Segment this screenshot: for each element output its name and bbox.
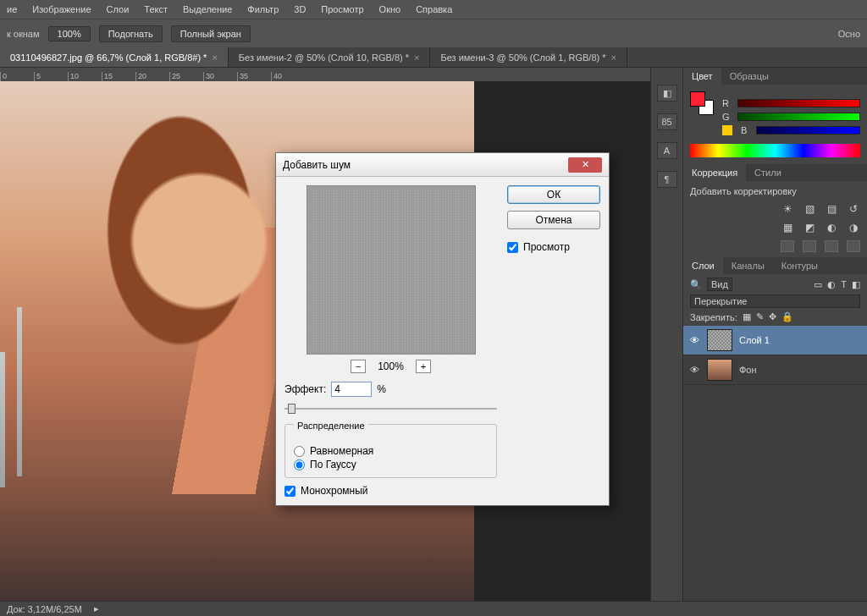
- lock-position-icon[interactable]: ✥: [769, 311, 776, 322]
- close-icon[interactable]: ×: [611, 52, 616, 63]
- tab-label: 03110496827.jpg @ 66,7% (Слой 1, RGB/8#)…: [10, 52, 207, 63]
- lock-all-icon[interactable]: 🔒: [781, 311, 793, 322]
- fullscreen-button[interactable]: Полный экран: [171, 25, 251, 42]
- character-icon[interactable]: A: [657, 142, 677, 159]
- menu-item[interactable]: 3D: [294, 4, 306, 14]
- menu-bar: ие Изображение Слои Текст Выделение Филь…: [0, 0, 867, 19]
- filter-icon[interactable]: ▭: [814, 279, 822, 290]
- color-swatches[interactable]: [690, 91, 714, 115]
- menu-item[interactable]: Текст: [144, 4, 168, 14]
- cancel-button[interactable]: Отмена: [507, 211, 600, 229]
- adj-icon[interactable]: [825, 240, 838, 252]
- filter-icon[interactable]: ◧: [852, 279, 860, 290]
- tab-layers[interactable]: Слои: [683, 257, 723, 274]
- menu-item[interactable]: Выделение: [183, 4, 232, 14]
- brightness-icon[interactable]: ☀: [781, 203, 794, 215]
- zoom-in-button[interactable]: +: [416, 360, 431, 373]
- effect-slider[interactable]: [284, 402, 497, 415]
- color-spectrum[interactable]: [690, 144, 860, 157]
- menu-item[interactable]: Изображение: [32, 4, 91, 14]
- close-icon[interactable]: ×: [212, 52, 217, 63]
- document-size: Док: 3,12M/6,25M: [7, 604, 82, 614]
- close-icon[interactable]: ×: [414, 52, 419, 63]
- workspace: 0510152025303540 ◧ 85 A ¶ Цвет Образцы R…: [0, 68, 867, 601]
- layers-panel-tabs: Слои Каналы Контуры: [683, 257, 867, 274]
- preview-checkbox[interactable]: Просмотр: [507, 241, 600, 253]
- dialog-title: Добавить шум: [283, 159, 568, 171]
- ruler-horizontal: 0510152025303540: [0, 68, 650, 81]
- filter-icon[interactable]: ◐: [827, 279, 836, 290]
- layer-thumbnail[interactable]: [707, 329, 732, 351]
- balance-icon[interactable]: ◩: [803, 222, 816, 234]
- right-panels: Цвет Образцы R G B Коррекция Стили: [682, 68, 867, 601]
- effect-label: Эффект:: [284, 383, 326, 395]
- menu-item[interactable]: ие: [7, 4, 17, 14]
- exposure-icon[interactable]: ↺: [847, 203, 860, 215]
- status-bar: Док: 3,12M/6,25M ▸: [0, 601, 867, 616]
- photo-filter-icon[interactable]: ◑: [847, 222, 860, 234]
- visibility-icon[interactable]: 👁: [688, 365, 700, 375]
- levels-icon[interactable]: ▧: [803, 203, 816, 215]
- monochrome-checkbox[interactable]: Монохромный: [284, 485, 497, 497]
- b-slider[interactable]: [756, 126, 860, 135]
- fit-button[interactable]: Подогнать: [99, 25, 163, 42]
- zoom-out-button[interactable]: −: [351, 360, 366, 373]
- ok-button[interactable]: ОК: [507, 185, 600, 204]
- tab-label: Без имени-2 @ 50% (Слой 10, RGB/8) *: [239, 52, 409, 63]
- layer-row[interactable]: 👁 Слой 1: [683, 326, 867, 355]
- menu-item[interactable]: Фильтр: [247, 4, 279, 14]
- document-tab[interactable]: 03110496827.jpg @ 66,7% (Слой 1, RGB/8#)…: [0, 47, 229, 67]
- lock-pixels-icon[interactable]: ✎: [756, 311, 764, 322]
- filter-icon[interactable]: T: [841, 279, 847, 289]
- g-slider[interactable]: [737, 113, 860, 121]
- status-arrow-icon[interactable]: ▸: [94, 603, 99, 614]
- tab-corrections[interactable]: Коррекция: [683, 164, 746, 181]
- curves-icon[interactable]: ▤: [825, 203, 838, 215]
- dialog-titlebar[interactable]: Добавить шум ✕: [276, 153, 609, 177]
- tab-styles[interactable]: Стили: [746, 164, 790, 181]
- tab-channels[interactable]: Каналы: [723, 257, 773, 274]
- lock-transparency-icon[interactable]: ▦: [743, 311, 751, 322]
- gamut-warning-icon[interactable]: [722, 125, 732, 135]
- noise-preview[interactable]: [306, 185, 476, 355]
- hue-icon[interactable]: ▦: [781, 222, 794, 234]
- menu-item[interactable]: Окно: [379, 4, 401, 14]
- foreground-color-swatch[interactable]: [690, 91, 705, 107]
- layer-thumbnail[interactable]: [707, 359, 732, 381]
- adj-icon[interactable]: [781, 240, 794, 252]
- histogram-icon[interactable]: ◧: [657, 85, 677, 102]
- gaussian-radio[interactable]: По Гауссу: [294, 459, 488, 470]
- layer-row[interactable]: 👁 Фон: [683, 355, 867, 385]
- tab-swatches[interactable]: Образцы: [721, 68, 777, 85]
- color-panel: R G B: [683, 85, 867, 164]
- paragraph-icon[interactable]: ¶: [657, 171, 677, 188]
- blend-mode-select[interactable]: Перекрытие: [690, 294, 860, 308]
- layer-name[interactable]: Слой 1: [739, 335, 862, 345]
- document-tab[interactable]: Без имени-2 @ 50% (Слой 10, RGB/8) * ×: [229, 47, 431, 67]
- visibility-icon[interactable]: 👁: [688, 335, 700, 345]
- bw-icon[interactable]: ◐: [825, 222, 838, 234]
- uniform-radio[interactable]: Равномерная: [294, 445, 488, 457]
- r-slider[interactable]: [737, 99, 860, 107]
- menu-item[interactable]: Просмотр: [321, 4, 363, 14]
- search-icon[interactable]: 🔍: [690, 279, 702, 290]
- menu-item[interactable]: Слои: [107, 4, 130, 14]
- adj-icon[interactable]: [803, 240, 816, 252]
- add-noise-dialog: Добавить шум ✕ − 100% + Эффект: %: [275, 152, 610, 506]
- channel-label: G: [722, 112, 732, 122]
- slider-thumb[interactable]: [288, 404, 295, 414]
- tab-paths[interactable]: Контуры: [773, 257, 826, 274]
- adj-icon[interactable]: [847, 240, 860, 252]
- layer-name[interactable]: Фон: [739, 365, 862, 375]
- history-icon[interactable]: 85: [657, 113, 677, 130]
- effect-input[interactable]: [331, 382, 372, 397]
- menu-item[interactable]: Справка: [416, 4, 452, 14]
- document-tab[interactable]: Без имени-3 @ 50% (Слой 1, RGB/8) * ×: [430, 47, 627, 67]
- corrections-panel-tabs: Коррекция Стили: [683, 164, 867, 181]
- lock-label: Закрепить:: [690, 312, 737, 322]
- tab-color[interactable]: Цвет: [683, 68, 721, 85]
- close-icon[interactable]: ✕: [568, 157, 602, 173]
- preview-zoom: 100%: [378, 360, 404, 372]
- layer-filter-select[interactable]: Вид: [707, 278, 732, 291]
- zoom-level[interactable]: 100%: [48, 26, 91, 41]
